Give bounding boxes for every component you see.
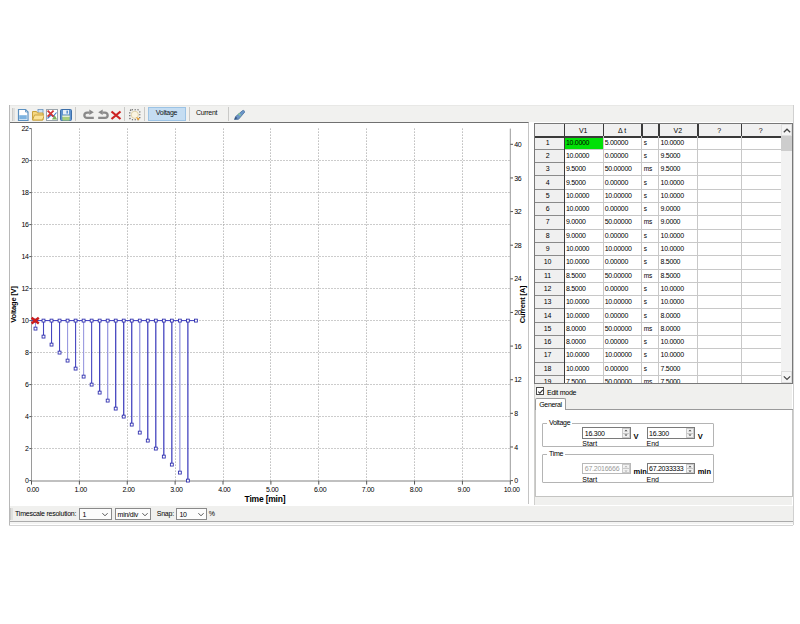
svg-text:0: 0 <box>25 477 29 484</box>
svg-text:5.00: 5.00 <box>266 486 279 493</box>
svg-text:4.00: 4.00 <box>218 486 231 493</box>
svg-text:32: 32 <box>514 208 522 215</box>
svg-text:0: 0 <box>514 477 518 484</box>
svg-text:40: 40 <box>514 141 522 148</box>
svg-text:2: 2 <box>25 445 29 452</box>
svg-text:Current [A]: Current [A] <box>518 285 527 323</box>
svg-text:12: 12 <box>22 285 30 292</box>
svg-text:22: 22 <box>22 125 30 132</box>
svg-text:6.00: 6.00 <box>314 486 327 493</box>
svg-text:0.00: 0.00 <box>27 486 40 493</box>
svg-text:8: 8 <box>514 410 518 417</box>
svg-text:7.00: 7.00 <box>362 486 375 493</box>
svg-text:2.00: 2.00 <box>122 486 135 493</box>
svg-text:9.00: 9.00 <box>458 486 471 493</box>
svg-text:24: 24 <box>514 275 522 282</box>
svg-text:8: 8 <box>25 349 29 356</box>
svg-text:3.00: 3.00 <box>170 486 183 493</box>
svg-text:20: 20 <box>22 157 30 164</box>
svg-text:Voltage [V]: Voltage [V] <box>9 286 18 323</box>
svg-text:1.00: 1.00 <box>75 486 88 493</box>
svg-text:18: 18 <box>22 189 30 196</box>
svg-text:36: 36 <box>514 175 522 182</box>
svg-text:10.00: 10.00 <box>504 486 520 493</box>
svg-text:10: 10 <box>22 317 30 324</box>
svg-text:16: 16 <box>22 221 30 228</box>
svg-text:12: 12 <box>514 376 522 383</box>
svg-text:28: 28 <box>514 242 522 249</box>
svg-text:Time [min]: Time [min] <box>245 494 286 504</box>
svg-text:8.00: 8.00 <box>410 486 423 493</box>
svg-text:14: 14 <box>22 253 30 260</box>
svg-text:4: 4 <box>514 444 518 451</box>
svg-text:16: 16 <box>514 343 522 350</box>
svg-text:6: 6 <box>25 381 29 388</box>
svg-text:4: 4 <box>25 413 29 420</box>
